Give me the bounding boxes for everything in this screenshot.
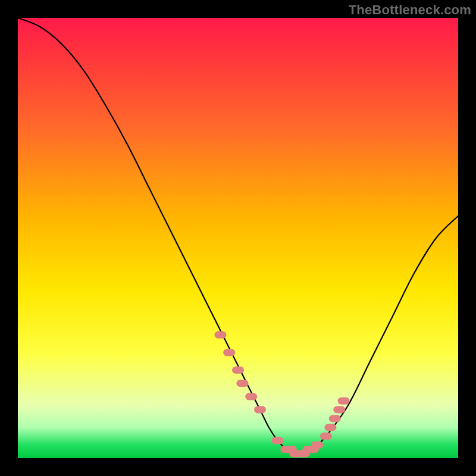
chart-frame: TheBottleneck.com: [0, 0, 476, 476]
marker-dot: [254, 406, 266, 414]
curve-path: [18, 18, 458, 455]
marker-dot: [329, 415, 341, 422]
marker-dot: [333, 406, 345, 414]
marker-dot: [214, 331, 226, 339]
marker-dot: [324, 424, 336, 431]
watermark-text: TheBottleneck.com: [349, 2, 471, 18]
chart-svg: [18, 18, 458, 458]
marker-group: [214, 331, 349, 458]
marker-dot: [272, 437, 284, 444]
plot-area: [18, 18, 458, 458]
marker-dot: [236, 380, 248, 387]
marker-dot: [311, 441, 323, 449]
marker-dot: [338, 397, 350, 405]
marker-dot: [245, 393, 257, 400]
marker-dot: [232, 367, 244, 374]
marker-dot: [223, 349, 235, 356]
marker-dot: [320, 433, 332, 440]
